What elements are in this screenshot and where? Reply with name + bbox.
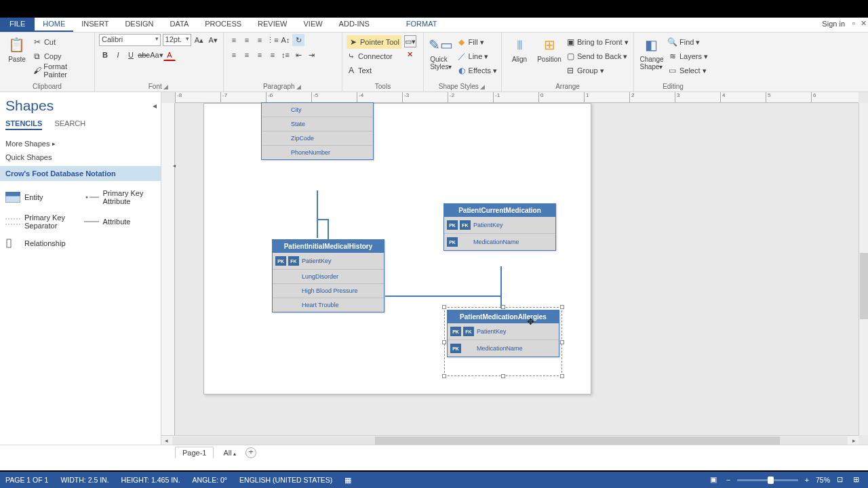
case-button[interactable]: Aa▾ [151, 49, 163, 61]
active-stencil[interactable]: Crow's Foot Database Notation [0, 166, 161, 181]
position-button[interactable]: ⊞Position [536, 34, 563, 63]
tab-insert[interactable]: INSERT [73, 18, 117, 32]
bold-button[interactable]: B [99, 49, 111, 61]
vertical-scrollbar[interactable] [859, 103, 868, 435]
zoom-in-button[interactable]: + [805, 476, 809, 484]
tools-group-label: Tools [347, 81, 419, 92]
zoom-slider[interactable] [737, 479, 798, 481]
page-tab-1[interactable]: Page-1 [175, 447, 214, 458]
entity-patient-top[interactable]: City State ZipCode PhoneNumber [261, 102, 374, 160]
zoom-level[interactable]: 75% [816, 476, 830, 484]
copy-button[interactable]: ⧉Copy [33, 49, 90, 63]
connector-1[interactable] [317, 190, 318, 238]
italic-button[interactable]: I [112, 49, 124, 61]
close-icon[interactable]: ✕ [859, 18, 868, 32]
underline-button[interactable]: U [125, 49, 137, 61]
connector-tool-button[interactable]: ⤷Connector [347, 49, 401, 63]
effects-button[interactable]: ◐Effects▾ [457, 64, 497, 77]
justify-button[interactable]: ≡ [267, 49, 279, 61]
collapse-shapes-icon[interactable]: ◂ [153, 101, 157, 110]
font-family-select[interactable]: Calibri [99, 34, 161, 46]
fit-page-icon[interactable]: ⊡ [837, 475, 846, 485]
rectangle-tool-button[interactable]: ▭▾ [404, 35, 416, 47]
shape-attribute[interactable]: Attribute [84, 211, 157, 232]
layers-button[interactable]: ≋Layers▾ [668, 49, 708, 63]
font-dialog-launcher[interactable]: ◢ [162, 83, 170, 90]
align-bottom-button[interactable]: ≡ [254, 34, 266, 46]
text-tool-button[interactable]: AText [347, 64, 401, 77]
tab-design[interactable]: DESIGN [117, 18, 161, 32]
strike-button[interactable]: abc [138, 49, 150, 61]
align-top-button[interactable]: ≡ [228, 34, 240, 46]
shape-styles-dialog-launcher[interactable]: ◢ [479, 83, 487, 90]
quick-styles-button[interactable]: ✎▭QuickStyles▾ [428, 34, 454, 70]
change-shape-button[interactable]: ◧ChangeShape▾ [638, 34, 665, 70]
connector-3[interactable] [500, 266, 502, 308]
pointer-tool-button[interactable]: ➤Pointer Tool [347, 35, 401, 49]
sign-in-link[interactable]: Sign in [818, 18, 849, 32]
tab-view[interactable]: VIEW [295, 18, 330, 32]
more-shapes-link[interactable]: More Shapes▸ [5, 137, 157, 150]
shape-pk-separator[interactable]: Primary Key Separator [5, 211, 79, 232]
horizontal-scrollbar[interactable]: ◂▸ [161, 435, 859, 445]
status-language[interactable]: ENGLISH (UNITED STATES) [239, 476, 332, 484]
shrink-font-button[interactable]: A▾ [207, 34, 219, 46]
tab-process[interactable]: PROCESS [197, 18, 250, 32]
decrease-indent-button[interactable]: ⇤ [292, 49, 304, 61]
fill-button[interactable]: ◆Fill▾ [457, 35, 497, 49]
add-page-button[interactable]: + [245, 447, 256, 458]
reveal-ribbon-icon[interactable]: ▫ [849, 18, 859, 32]
macro-record-icon[interactable]: ▦ [344, 476, 351, 484]
tab-file[interactable]: FILE [0, 18, 35, 32]
text-direction-button[interactable]: A↕ [279, 34, 292, 46]
align-left-button[interactable]: ≡ [228, 49, 240, 61]
shape-entity[interactable]: Entity [5, 186, 79, 208]
pan-zoom-icon[interactable]: ⊞ [853, 475, 863, 485]
align-center-button[interactable]: ≡ [241, 49, 253, 61]
group-button[interactable]: ⊟Group ▾ [566, 64, 629, 77]
shape-relationship[interactable]: Relationship [5, 235, 79, 251]
zoom-out-button[interactable]: − [726, 476, 730, 484]
quick-shapes-link[interactable]: Quick Shapes [5, 150, 157, 164]
line-spacing-button[interactable]: ↕≡ [279, 49, 292, 61]
line-button[interactable]: ／Line▾ [457, 49, 497, 63]
tab-data[interactable]: DATA [162, 18, 197, 32]
connector-2[interactable] [385, 296, 502, 297]
connector-1c[interactable] [328, 219, 329, 239]
find-button[interactable]: 🔍Find▾ [668, 35, 708, 49]
cut-button[interactable]: ✂Cut [33, 35, 90, 49]
rotate-text-button[interactable]: ↻ [292, 34, 304, 46]
back-icon: ▢ [566, 52, 575, 61]
entity-current-medication[interactable]: PatientCurrentMedication PKFKPatientKey … [443, 203, 556, 251]
delete-connector-button[interactable]: ✕ [404, 48, 416, 60]
tab-home[interactable]: HOME [35, 18, 73, 32]
align-middle-button[interactable]: ≡ [241, 34, 253, 46]
presentation-mode-icon[interactable]: ▣ [710, 475, 719, 485]
tab-review[interactable]: REVIEW [250, 18, 295, 32]
entity-history[interactable]: PatientInitialMedicalHistory PKFKPatient… [272, 239, 384, 312]
tab-format[interactable]: FORMAT [398, 18, 446, 32]
shape-pk-attribute[interactable]: Primary Key Attribute [84, 186, 157, 208]
pk-sep-icon [5, 216, 20, 227]
send-to-back-button[interactable]: ▢Send to Back ▾ [566, 49, 629, 63]
align-right-button[interactable]: ≡ [254, 49, 266, 61]
front-icon: ▣ [566, 37, 575, 47]
tab-addins[interactable]: ADD-INS [331, 18, 378, 32]
paragraph-dialog-launcher[interactable]: ◢ [295, 83, 303, 90]
drawing-page[interactable]: City State ZipCode PhoneNumber PatientIn… [203, 103, 591, 394]
font-size-select[interactable]: 12pt. [163, 34, 191, 46]
relationship-icon [5, 238, 20, 249]
stencils-tab[interactable]: STENCILS [5, 119, 42, 130]
font-color-button[interactable]: A [163, 49, 176, 61]
search-tab[interactable]: SEARCH [54, 119, 85, 130]
align-button[interactable]: ⫴Align [506, 34, 533, 63]
paste-button[interactable]: 📋 Paste [4, 34, 30, 63]
format-painter-button[interactable]: 🖌Format Painter [33, 64, 90, 77]
bullets-button[interactable]: ⋮≡ [267, 34, 279, 46]
drawing-canvas[interactable]: -8-7-6-5-4-3-2-10123456 City State ZipCo… [161, 92, 868, 445]
all-pages-button[interactable]: All [223, 449, 235, 457]
select-button[interactable]: ▭Select▾ [668, 64, 708, 77]
increase-indent-button[interactable]: ⇥ [305, 49, 317, 61]
grow-font-button[interactable]: A▴ [193, 34, 205, 46]
bring-to-front-button[interactable]: ▣Bring to Front ▾ [566, 35, 629, 49]
